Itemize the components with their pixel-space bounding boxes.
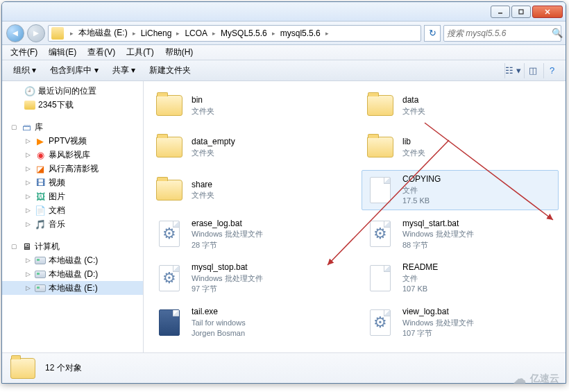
- close-button[interactable]: [532, 6, 563, 18]
- file-type: 文件夹: [192, 148, 235, 158]
- file-type: 文件: [402, 185, 441, 196]
- sidebar-item-pptv[interactable]: ▷▶PPTV视频: [2, 134, 143, 148]
- breadcrumb-segment[interactable]: LCOA: [183, 28, 209, 38]
- svg-rect-1: [519, 10, 523, 14]
- sidebar-item-pictures[interactable]: ▷🖼图片: [2, 189, 143, 203]
- video-icon: 🎞: [35, 177, 46, 188]
- sidebar-label: 本地磁盘 (D:): [49, 269, 98, 280]
- expand-icon[interactable]: ▷: [24, 179, 32, 187]
- file-name: COPYING: [402, 173, 441, 185]
- view-options-button[interactable]: ☷ ▾: [504, 63, 521, 78]
- include-library-button[interactable]: 包含到库中 ▾: [44, 62, 103, 79]
- file-info: lib文件夹: [402, 136, 425, 158]
- recent-icon: 🕘: [24, 85, 35, 96]
- organize-button[interactable]: 组织 ▾: [8, 62, 42, 79]
- refresh-button[interactable]: ↻: [424, 25, 441, 42]
- file-type: 文件夹: [402, 106, 425, 117]
- expand-icon[interactable]: ▷: [24, 165, 32, 173]
- file-item[interactable]: share文件夹: [151, 170, 348, 210]
- address-bar: ◄ ► ▸ 本地磁盘 (E:) ▸ LiCheng ▸ LCOA ▸ MySQL…: [2, 22, 566, 45]
- minimize-button[interactable]: [491, 6, 510, 18]
- sidebar-item-funshion[interactable]: ▷◪风行高清影视: [2, 162, 143, 176]
- expand-icon[interactable]: ▷: [24, 137, 32, 145]
- expand-icon[interactable]: ▷: [24, 207, 32, 214]
- new-folder-button[interactable]: 新建文件夹: [144, 62, 196, 79]
- bat-icon: ⚙: [365, 219, 396, 249]
- breadcrumb[interactable]: ▸ 本地磁盘 (E:) ▸ LiCheng ▸ LCOA ▸ MySQL5.5.…: [48, 25, 421, 42]
- file-item[interactable]: ⚙view_log.batWindows 批处理文件107 字节: [362, 302, 559, 343]
- file-name: data: [402, 94, 425, 106]
- share-button[interactable]: 共享 ▾: [107, 62, 141, 79]
- folder-icon: [154, 90, 185, 121]
- sidebar-item-libraries[interactable]: ▢🗃库: [2, 120, 143, 134]
- expand-icon[interactable]: ▷: [24, 193, 32, 201]
- file-size: 107 字节: [402, 328, 474, 339]
- maximize-button[interactable]: [511, 6, 531, 18]
- sidebar-label: 视频: [49, 177, 65, 189]
- file-item[interactable]: README文件107 KB: [362, 258, 559, 298]
- file-item[interactable]: ⚙erase_log.batWindows 批处理文件28 字节: [151, 214, 348, 255]
- search-box[interactable]: 🔍: [443, 25, 561, 42]
- sidebar-label: PPTV视频: [49, 135, 87, 147]
- nav-back-button[interactable]: ◄: [6, 24, 24, 42]
- expand-icon[interactable]: ▢: [10, 123, 18, 131]
- search-input[interactable]: [447, 28, 552, 38]
- file-name: tail.exe: [192, 306, 246, 318]
- sidebar-label: 图片: [49, 191, 65, 203]
- file-info: mysql_start.batWindows 批处理文件88 字节: [402, 218, 474, 251]
- breadcrumb-segment[interactable]: 本地磁盘 (E:): [77, 27, 129, 39]
- pictures-icon: 🖼: [35, 191, 46, 202]
- file-item[interactable]: lib文件夹: [362, 128, 559, 166]
- file-item[interactable]: ⚙mysql_start.batWindows 批处理文件88 字节: [362, 214, 559, 255]
- file-item[interactable]: data文件夹: [362, 87, 559, 124]
- sidebar-item-videos[interactable]: ▷🎞视频: [2, 176, 143, 189]
- sidebar-item-documents[interactable]: ▷📄文档: [2, 203, 143, 217]
- menu-bar: 文件(F) 编辑(E) 查看(V) 工具(T) 帮助(H): [2, 45, 566, 60]
- sidebar-item-2345[interactable]: 2345下载: [2, 98, 143, 112]
- menu-edit[interactable]: 编辑(E): [43, 45, 82, 60]
- file-item[interactable]: COPYING文件17.5 KB: [362, 170, 559, 210]
- file-type: Tail for windows: [192, 318, 246, 328]
- sidebar-item-computer[interactable]: ▢🖥计算机: [2, 239, 143, 253]
- sidebar-item-music[interactable]: ▷🎵音乐: [2, 217, 143, 231]
- folder-icon: [365, 90, 396, 121]
- sidebar-item-drive-c[interactable]: ▷本地磁盘 (C:): [2, 253, 143, 267]
- menu-file[interactable]: 文件(F): [5, 45, 43, 60]
- breadcrumb-segment[interactable]: MySQL5.5.6: [219, 28, 269, 38]
- expand-icon[interactable]: ▷: [24, 271, 32, 278]
- app-icon: ◉: [35, 149, 46, 160]
- expand-icon[interactable]: ▷: [24, 284, 32, 292]
- expand-icon[interactable]: ▷: [24, 257, 32, 264]
- expand-icon[interactable]: ▷: [24, 151, 32, 159]
- file-icon: [365, 175, 396, 205]
- file-name: README: [402, 262, 438, 273]
- preview-pane-button[interactable]: ◫: [524, 63, 541, 78]
- sidebar-item-drive-e[interactable]: ▷本地磁盘 (E:): [2, 281, 143, 295]
- expand-icon[interactable]: ▢: [10, 243, 18, 250]
- file-item[interactable]: data_empty文件夹: [151, 128, 348, 166]
- sidebar-item-recent[interactable]: 🕘最近访问的位置: [2, 84, 143, 98]
- file-pane[interactable]: bin文件夹data文件夹data_empty文件夹lib文件夹share文件夹…: [144, 81, 566, 352]
- file-name: mysql_start.bat: [402, 218, 474, 230]
- menu-tools[interactable]: 工具(T): [121, 45, 159, 60]
- sidebar-item-drive-d[interactable]: ▷本地磁盘 (D:): [2, 267, 143, 281]
- file-info: data文件夹: [402, 94, 425, 117]
- nav-sidebar: 🕘最近访问的位置 2345下载 ▢🗃库 ▷▶PPTV视频 ▷◉暴风影视库 ▷◪风…: [2, 81, 144, 352]
- help-button[interactable]: ?: [543, 63, 560, 78]
- cloud-icon: ☁: [513, 371, 526, 386]
- file-size: 88 字节: [402, 240, 474, 250]
- nav-forward-button[interactable]: ►: [27, 24, 45, 42]
- sidebar-item-storm[interactable]: ▷◉暴风影视库: [2, 148, 143, 162]
- search-icon: 🔍: [552, 28, 563, 38]
- breadcrumb-segment[interactable]: LiCheng: [139, 28, 173, 38]
- menu-help[interactable]: 帮助(H): [160, 45, 199, 60]
- menu-view[interactable]: 查看(V): [82, 45, 121, 60]
- file-item[interactable]: ⚙mysql_stop.batWindows 批处理文件97 字节: [151, 258, 348, 298]
- breadcrumb-segment[interactable]: mysql5.5.6: [279, 28, 322, 38]
- file-item[interactable]: tail.exeTail for windowsJorgen Bosman: [151, 302, 348, 343]
- expand-icon[interactable]: ▷: [24, 221, 32, 228]
- file-item[interactable]: bin文件夹: [151, 87, 348, 124]
- sidebar-label: 本地磁盘 (C:): [49, 255, 98, 266]
- file-type: Windows 批处理文件: [192, 229, 263, 239]
- file-type: Windows 批处理文件: [402, 318, 474, 328]
